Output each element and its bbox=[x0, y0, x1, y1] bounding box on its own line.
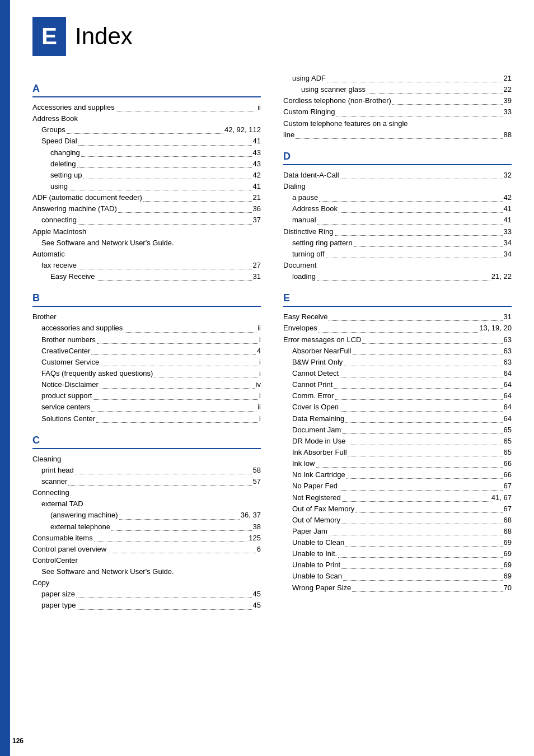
entry-label: See Software and Network User's Guide. bbox=[41, 237, 174, 249]
index-entry: (answering machine)36, 37 bbox=[32, 510, 261, 521]
entry-page: 45 bbox=[253, 589, 261, 600]
index-entry: fax receive27 bbox=[32, 260, 261, 271]
entry-dots bbox=[67, 133, 223, 134]
entry-label: Not Registered bbox=[292, 492, 341, 503]
index-entry: Cannot Print64 bbox=[283, 379, 512, 390]
entry-dots bbox=[81, 156, 252, 157]
entry-page: 64 bbox=[504, 390, 512, 402]
index-entry: loading21, 22 bbox=[283, 271, 512, 282]
entry-dots bbox=[346, 478, 503, 479]
index-entry: setting up42 bbox=[32, 170, 261, 181]
entry-dots bbox=[317, 224, 503, 225]
entry-label: Apple Macintosh bbox=[32, 226, 86, 237]
index-entry: accessories and suppliesii bbox=[32, 323, 261, 334]
entry-dots bbox=[68, 485, 251, 486]
entry-dots bbox=[91, 411, 256, 412]
entry-label: using scanner glass bbox=[301, 84, 366, 95]
index-columns: AAccessories and suppliesiiAddress BookG… bbox=[32, 73, 512, 612]
index-entry: Custom telephone features on a single bbox=[283, 118, 512, 129]
entry-label: Answering machine (TAD) bbox=[32, 203, 117, 214]
entry-page: 41 bbox=[253, 181, 261, 192]
entry-label: Easy Receive bbox=[50, 271, 95, 282]
entry-label: Wrong Paper Size bbox=[292, 582, 351, 594]
entry-page: 64 bbox=[504, 368, 512, 379]
entry-page: 65 bbox=[504, 424, 512, 436]
entry-dots bbox=[362, 343, 502, 344]
entry-page: 64 bbox=[504, 413, 512, 424]
entry-label: external TAD bbox=[41, 498, 83, 510]
entry-dots bbox=[336, 116, 503, 116]
entry-page: 58 bbox=[253, 465, 261, 476]
entry-label: Solutions Center bbox=[41, 413, 95, 424]
index-entry: Paper Jam68 bbox=[283, 526, 512, 537]
entry-label: connecting bbox=[41, 214, 77, 226]
entry-page: i bbox=[259, 413, 261, 424]
index-entry: FAQs (frequently asked questions)i bbox=[32, 368, 261, 379]
index-entry: Answering machine (TAD)36 bbox=[32, 203, 261, 214]
entry-page: 69 bbox=[504, 537, 512, 548]
entry-label: Document bbox=[283, 260, 316, 271]
entry-dots bbox=[340, 411, 502, 412]
index-entry: scanner57 bbox=[32, 476, 261, 487]
entry-dots bbox=[97, 343, 258, 344]
entry-label: Custom Ringing bbox=[283, 106, 335, 118]
page-header: E Index bbox=[32, 17, 512, 56]
index-entry: Not Registered41, 67 bbox=[283, 492, 512, 503]
entry-dots bbox=[354, 246, 503, 247]
index-entry: Copy bbox=[32, 577, 261, 589]
entry-label: fax receive bbox=[41, 260, 77, 271]
index-entry: Consumable items125 bbox=[32, 533, 261, 544]
entry-label: Notice-Disclaimer bbox=[41, 379, 99, 390]
index-entry: ADF (automatic document feeder)21 bbox=[32, 192, 261, 203]
entry-label: ControlCenter bbox=[32, 555, 78, 566]
entry-page: 64 bbox=[504, 402, 512, 413]
entry-dots bbox=[100, 366, 258, 366]
entry-label: Address Book bbox=[32, 113, 78, 124]
entry-dots bbox=[319, 201, 502, 202]
entry-dots bbox=[78, 145, 252, 146]
entry-page: 66 bbox=[504, 469, 512, 480]
entry-page: 32 bbox=[504, 170, 512, 181]
entry-dots bbox=[96, 422, 258, 423]
entry-label: scanner bbox=[41, 476, 67, 487]
entry-dots bbox=[392, 104, 503, 105]
index-entry: DR Mode in Use65 bbox=[283, 436, 512, 447]
index-entry: See Software and Network User's Guide. bbox=[32, 237, 261, 249]
entry-dots bbox=[341, 568, 503, 569]
index-entry: Custom Ringing33 bbox=[283, 106, 512, 118]
index-entry: Ink low66 bbox=[283, 458, 512, 469]
entry-page: i bbox=[259, 390, 261, 402]
entry-dots bbox=[341, 524, 503, 524]
entry-label: B&W Print Only bbox=[292, 357, 343, 368]
entry-page: 42, 92, 112 bbox=[224, 124, 261, 136]
entry-label: DR Mode in Use bbox=[292, 436, 345, 447]
entry-label: Out of Memory bbox=[292, 515, 340, 526]
entry-dots bbox=[118, 212, 252, 213]
entry-page: i bbox=[259, 357, 261, 368]
index-entry: deleting43 bbox=[32, 158, 261, 170]
index-entry: Address Book bbox=[32, 113, 261, 124]
entry-label: Cordless telephone (non-Brother) bbox=[283, 95, 391, 106]
entry-page: ii bbox=[257, 402, 261, 413]
entry-page: 69 bbox=[504, 548, 512, 559]
entry-label: paper type bbox=[41, 600, 76, 611]
entry-dots bbox=[327, 82, 503, 82]
entry-label: a pause bbox=[292, 192, 318, 203]
entry-label: Comm. Error bbox=[292, 390, 334, 402]
entry-dots bbox=[76, 598, 252, 598]
entry-label: No Ink Cartridge bbox=[292, 469, 345, 480]
index-entry: Unable to Clean69 bbox=[283, 537, 512, 548]
entry-label: Ink low bbox=[292, 458, 315, 469]
entry-dots bbox=[335, 235, 503, 236]
index-entry: Automatic bbox=[32, 249, 261, 260]
entry-dots bbox=[345, 546, 502, 547]
entry-dots bbox=[345, 422, 502, 423]
entry-label: deleting bbox=[50, 158, 76, 170]
index-entry: See Software and Network User's Guide. bbox=[32, 566, 261, 577]
entry-page: 38 bbox=[253, 521, 261, 533]
entry-label: Copy bbox=[32, 577, 49, 589]
entry-page: 88 bbox=[504, 129, 512, 141]
entry-label: Cannot Detect bbox=[292, 368, 339, 379]
entry-page: 37 bbox=[253, 214, 261, 226]
entry-label: Speed Dial bbox=[41, 136, 77, 147]
